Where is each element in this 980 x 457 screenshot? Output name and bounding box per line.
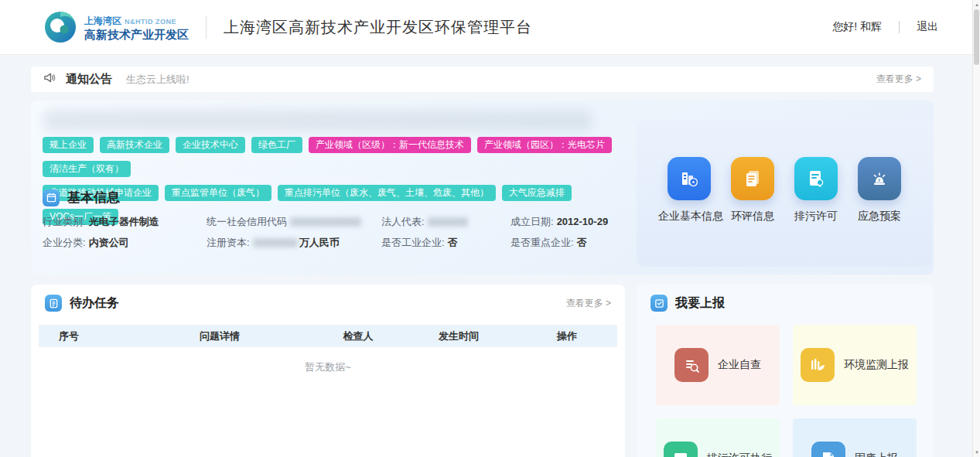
report-card-env-monitoring[interactable]: 环境监测上报 [793, 325, 917, 405]
credit-code-value-redacted [290, 217, 361, 227]
emergency-siren-icon [858, 157, 901, 200]
company-name-redacted [43, 110, 592, 131]
industrial-value: 否 [448, 237, 458, 248]
key-enterprise-value: 否 [577, 237, 587, 248]
key-enterprise-label: 是否重点企业: [510, 237, 574, 248]
tag: 产业领域（区级）：新一代信息技术 [309, 137, 471, 153]
notice-more-link[interactable]: 查看更多 > [876, 73, 921, 86]
industrial-label: 是否工业企业: [381, 237, 445, 248]
quick-link-eia-info[interactable]: 环评信息 [722, 157, 784, 267]
notice-item[interactable]: 生态云上线啦! [126, 73, 190, 87]
quick-link-company-info[interactable]: 企业基本信息 [658, 157, 720, 267]
scrollbar-thumb[interactable] [974, 9, 979, 65]
speaker-icon [43, 71, 56, 87]
scroll-up-arrow[interactable]: ▲ [973, 2, 980, 8]
tag: 清洁生产（双有） [43, 161, 131, 177]
report-card-solid-waste[interactable]: 固废上报 [793, 418, 917, 457]
quick-link-label: 排污许可 [785, 210, 847, 223]
notice-bar: 通知公告 生态云上线啦! 查看更多 > [31, 67, 934, 92]
report-card-permit-execution[interactable]: 排污许可执行 [656, 418, 780, 457]
industry-value: 光电子器件制造 [89, 216, 159, 227]
quick-link-label: 企业基本信息 [658, 210, 720, 223]
quick-link-label: 应急预案 [849, 210, 910, 223]
legal-rep-value-redacted [428, 217, 468, 227]
tag: 重点监管单位（废气） [165, 185, 271, 201]
report-card-label: 排污许可执行 [707, 452, 772, 457]
todo-title: 待办任务 [70, 295, 119, 312]
todo-more-link[interactable]: 查看更多 > [566, 297, 611, 310]
quick-link-label: 环评信息 [722, 210, 784, 223]
eia-documents-icon [731, 157, 774, 200]
category-label: 企业分类: [43, 237, 86, 248]
column-issue-detail: 问题详情 [124, 329, 316, 343]
capital-suffix: 万人民币 [299, 237, 340, 248]
tag: 企业技术中心 [176, 137, 245, 153]
todo-empty-state: 暂无数据~ [31, 360, 625, 374]
industry-label: 行业类别: [43, 216, 86, 227]
logo-cn-top: 上海湾区 [84, 15, 121, 26]
user-greeting: 您好! 和辉 [832, 20, 882, 34]
column-actions: 操作 [517, 329, 617, 343]
basic-info-header: 基本信息 [43, 189, 120, 206]
todo-table-header: 序号 问题详情 检查人 发生时间 操作 [39, 325, 617, 347]
capital-label: 注册资本: [207, 237, 250, 248]
logo-en: N&HTID ZONE [125, 18, 176, 26]
company-overview-panel: 规上企业高新技术企业企业技术中心绿色工厂产业领域（区级）：新一代信息技术产业领域… [31, 101, 934, 275]
basic-info-grid: 行业类别:光电子器件制造 统一社会信用代码 法人代表: 成立日期:2012-10… [43, 211, 642, 253]
monitoring-leaf-icon [801, 348, 835, 382]
report-icon [650, 295, 668, 312]
category-value: 内资公司 [89, 237, 129, 248]
report-card-self-check[interactable]: 企业自查 [656, 325, 780, 405]
report-card: 我要上报 企业自查 环境监测上报 [637, 285, 934, 457]
credit-code-label: 统一社会信用代码 [207, 216, 287, 227]
logo-text: 上海湾区N&HTID ZONE 高新技术产业开发区 [84, 12, 189, 43]
logout-button[interactable]: 退出 [917, 20, 938, 34]
notice-title: 通知公告 [66, 72, 112, 87]
permit-execution-icon [664, 442, 698, 457]
column-seq: 序号 [39, 329, 124, 343]
page-scrollbar[interactable]: ▲ ▼ [972, 0, 980, 457]
founded-label: 成立日期: [510, 216, 554, 227]
todo-tasks-card: 待办任务 查看更多 > 序号 问题详情 检查人 发生时间 操作 暂无数据~ [31, 285, 625, 457]
tag: 规上企业 [43, 137, 94, 153]
quick-link-discharge-permit[interactable]: 排污许可 [785, 157, 847, 267]
basic-info-icon [43, 189, 60, 206]
tag: 产业领域（园区）：光电芯片 [477, 137, 612, 153]
solid-waste-doc-icon [811, 442, 845, 457]
park-logo-icon [44, 11, 77, 43]
column-occur-time: 发生时间 [401, 329, 517, 343]
report-title: 我要上报 [675, 295, 725, 312]
permit-certificate-icon [794, 157, 838, 200]
founded-value: 2012-10-29 [557, 216, 609, 227]
legal-rep-label: 法人代表: [381, 216, 425, 227]
tag: 大气应急减排 [502, 185, 572, 201]
tag: 绿色工厂 [251, 137, 302, 153]
column-inspector: 检查人 [316, 329, 401, 343]
tag: 重点排污单位（废水、废气、土壤、危废、其他） [278, 185, 496, 201]
app-header: 上海湾区N&HTID ZONE 高新技术产业开发区 上海湾区高新技术产业开发区环… [0, 0, 972, 55]
self-check-icon [674, 348, 709, 382]
tag: 高新技术企业 [100, 137, 169, 153]
report-grid: 企业自查 环境监测上报 排污许可执行 [637, 320, 934, 457]
header-divider [206, 15, 207, 39]
report-card-label: 企业自查 [718, 358, 761, 372]
report-card-label: 固废上报 [855, 452, 898, 457]
todo-icon [45, 295, 62, 312]
basic-info-title: 基本信息 [67, 189, 120, 206]
scroll-down-arrow[interactable]: ▼ [973, 449, 980, 455]
header-separator [899, 21, 900, 33]
quick-links-panel: 企业基本信息 环评信息 排污许可 [637, 120, 932, 267]
quick-link-emergency-plan[interactable]: 应急预案 [849, 157, 910, 267]
company-info-icon [668, 157, 711, 200]
logo-cn-bottom: 高新技术产业开发区 [84, 28, 189, 43]
page-title: 上海湾区高新技术产业开发区环保管理平台 [224, 17, 532, 38]
report-card-label: 环境监测上报 [844, 358, 909, 372]
capital-value-redacted [253, 238, 298, 247]
